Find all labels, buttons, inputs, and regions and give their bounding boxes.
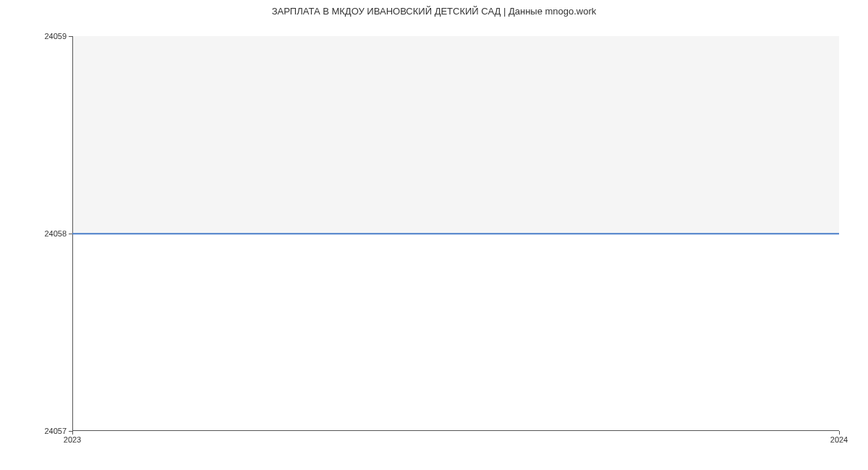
x-tick <box>839 431 840 435</box>
plot-background-band <box>72 36 839 234</box>
y-tick-label: 24059 <box>44 32 67 40</box>
x-tick <box>72 431 73 435</box>
y-tick-label: 24058 <box>44 229 67 238</box>
x-tick-label: 2024 <box>830 435 848 444</box>
chart-title: ЗАРПЛАТА В МКДОУ ИВАНОВСКИЙ ДЕТСКИЙ САД … <box>0 6 868 17</box>
y-tick-label: 24057 <box>44 427 67 435</box>
data-line-series <box>72 233 839 234</box>
chart-plot-area: 24059 24058 24057 2023 2024 <box>72 36 839 431</box>
y-tick <box>69 36 72 37</box>
x-tick-label: 2023 <box>64 435 81 444</box>
x-axis-line <box>72 430 839 431</box>
